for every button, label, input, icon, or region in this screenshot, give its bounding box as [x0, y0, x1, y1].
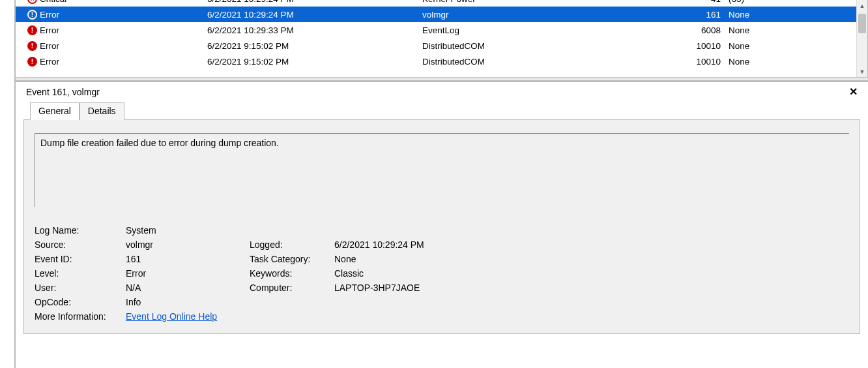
label-keywords: Keywords: [250, 268, 334, 279]
scroll-down-icon[interactable]: ▼ [857, 66, 867, 77]
cell-level: Error [40, 41, 59, 51]
cell-source: volmgr [422, 10, 670, 20]
grid-vertical-scrollbar[interactable]: ▲ ▼ [856, 0, 867, 77]
tab-general-page: Dump file creation failed due to error d… [23, 120, 860, 334]
event-description: Dump file creation failed due to error d… [35, 133, 849, 207]
cell-date: 6/2/2021 10:29:24 PM [207, 10, 422, 20]
cell-level: Error [40, 25, 59, 35]
table-row[interactable]: Error6/2/2021 10:29:24 PMvolmgr161None [16, 7, 867, 22]
label-computer: Computer: [250, 283, 334, 293]
cell-date: 6/2/2021 10:29:24 PM [207, 0, 422, 4]
label-eventid: Event ID: [35, 254, 126, 264]
level-icon [27, 10, 37, 20]
scroll-thumb[interactable] [858, 14, 866, 33]
label-opcode: OpCode: [35, 297, 126, 307]
event-detail-pane: Event 161, volmgr ✕ General Details Dump… [16, 81, 868, 368]
cell-source: DistributedCOM [422, 41, 670, 51]
cell-date: 6/2/2021 9:15:02 PM [207, 41, 422, 51]
table-row[interactable]: Critical6/2/2021 10:29:24 PMKernel-Power… [16, 0, 867, 7]
label-logged: Logged: [250, 239, 334, 250]
table-row[interactable]: Error6/2/2021 10:29:33 PMEventLog6008Non… [16, 22, 867, 38]
level-icon [27, 25, 37, 35]
cell-task: None [729, 41, 867, 51]
event-log-online-help-link[interactable]: Event Log Online Help [126, 311, 217, 322]
label-source: Source: [35, 239, 126, 250]
cell-eventid: 6008 [670, 25, 729, 35]
value-opcode: Info [126, 297, 250, 307]
cell-date: 6/2/2021 10:29:33 PM [207, 25, 422, 35]
label-logname: Log Name: [35, 225, 126, 236]
cell-eventid: 161 [670, 10, 729, 20]
value-eventid: 161 [126, 254, 250, 264]
label-level: Level: [35, 268, 126, 279]
value-computer: LAPTOP-3HP7JAOE [334, 283, 530, 293]
event-properties-grid: Log Name: System Source: volmgr Logged: … [35, 225, 849, 322]
label-moreinfo: More Information: [35, 311, 126, 322]
value-user: N/A [126, 283, 250, 293]
cell-source: EventLog [422, 25, 670, 35]
value-level: Error [126, 268, 250, 279]
value-taskcat: None [334, 254, 530, 264]
label-user: User: [35, 283, 126, 293]
cell-task: None [729, 10, 867, 20]
level-icon [27, 57, 37, 67]
scroll-up-icon[interactable]: ▲ [857, 0, 867, 11]
cell-eventid: 10010 [670, 41, 729, 51]
level-icon [27, 0, 37, 4]
cell-source: DistributedCOM [422, 57, 670, 67]
cell-level: Error [40, 10, 59, 20]
cell-level: Critical [40, 0, 66, 4]
cell-level: Error [40, 57, 59, 67]
detail-tabstrip: General Details [23, 102, 860, 120]
cell-eventid: 10010 [670, 57, 729, 67]
value-logname: System [126, 225, 250, 236]
table-row[interactable]: Error6/2/2021 9:15:02 PMDistributedCOM10… [16, 38, 867, 54]
value-keywords: Classic [334, 268, 530, 279]
cell-task: (63) [729, 0, 867, 4]
table-row[interactable]: Error6/2/2021 9:15:02 PMDistributedCOM10… [16, 54, 867, 69]
detail-title: Event 161, volmgr [26, 87, 100, 97]
cell-source: Kernel-Power [422, 0, 670, 4]
tab-general[interactable]: General [30, 102, 80, 120]
close-icon[interactable]: ✕ [846, 85, 860, 98]
value-logged: 6/2/2021 10:29:24 PM [334, 239, 530, 250]
cell-task: None [729, 57, 867, 67]
value-source: volmgr [126, 239, 250, 250]
label-taskcat: Task Category: [250, 254, 334, 264]
cell-task: None [729, 25, 867, 35]
cell-eventid: 41 [670, 0, 729, 4]
level-icon [27, 41, 37, 51]
events-grid[interactable]: Critical6/2/2021 10:29:24 PMKernel-Power… [16, 0, 868, 77]
cell-date: 6/2/2021 9:15:02 PM [207, 57, 422, 67]
tab-details[interactable]: Details [80, 102, 124, 120]
